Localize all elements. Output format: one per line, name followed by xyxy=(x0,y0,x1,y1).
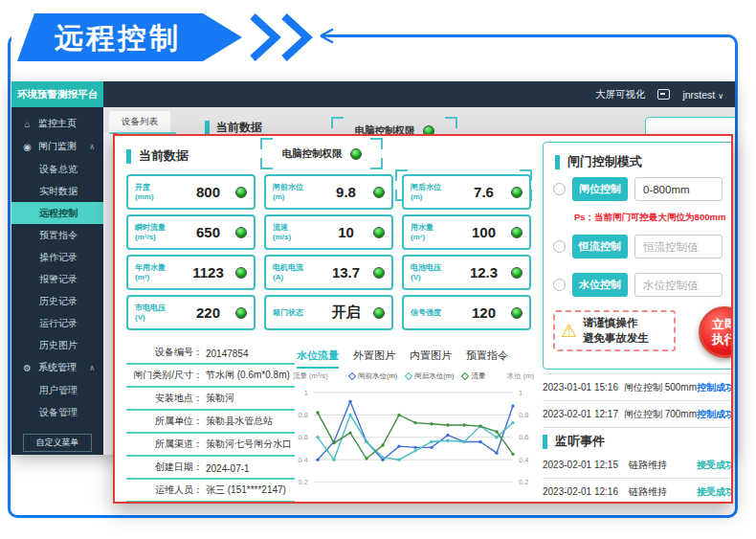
custom-menu-button[interactable]: 自定义菜单 xyxy=(23,434,92,452)
target-icon: ◉ xyxy=(22,142,33,152)
tile-label: 流速(m/s) xyxy=(273,223,319,242)
info-row: 安装地点：策勒河 xyxy=(126,388,295,411)
info-row: 闸门类别/尺寸：节水闸 (0.6m*0.8m) xyxy=(126,365,295,388)
event-action: 闸位控制 700mm xyxy=(624,408,697,421)
sidebar-group-system-management[interactable]: ⚙系统管理∧ xyxy=(11,356,103,379)
status-led-green xyxy=(235,307,247,319)
tile-unit: (m/s) xyxy=(273,233,319,242)
event-time: 2023-02-01 12:16 xyxy=(543,486,629,497)
chart-tab[interactable]: 内置图片 xyxy=(410,348,452,367)
bracket-corner xyxy=(370,158,383,169)
page: 远程控制 环境预警测报平台 大屏可视化 jnrstest ∨ ⌂监控主页◉闸门监… xyxy=(0,0,756,539)
bracket-corner xyxy=(370,138,383,149)
svg-text:0.4: 0.4 xyxy=(299,456,308,464)
chart-tab[interactable]: 预置指令 xyxy=(466,348,508,367)
control-row-water-level: 水位控制 xyxy=(553,273,723,297)
status-led-green xyxy=(235,187,247,198)
sidebar-item[interactable]: 实时数据 xyxy=(11,180,103,202)
event-status: 控制成功 xyxy=(697,408,733,421)
control-row-constant-flow: 恒流控制 xyxy=(553,235,723,258)
chart-header: 流量 (m³/s) 闸前水位(m)闸后水位(m)流量 水位 (m) xyxy=(293,371,534,381)
sidebar-item[interactable]: 历史图片 xyxy=(11,334,103,356)
data-tiles-grid: 开度(mm)800闸前水位(m)9.8闸后水位(m)7.6瞬时流量(m³/s)6… xyxy=(126,174,531,330)
info-value: 策勒河七号闸分水口 xyxy=(206,438,292,451)
constant-flow-button[interactable]: 恒流控制 xyxy=(572,235,628,258)
info-label: 所属渠道： xyxy=(126,438,203,451)
tile-value: 650 xyxy=(181,224,235,240)
radio-constant-flow[interactable] xyxy=(553,240,566,253)
status-led-green xyxy=(511,187,523,198)
info-row: 设备编号：20147854 xyxy=(126,342,295,365)
tile-name: 流速 xyxy=(273,223,319,233)
info-value: 策勒河 xyxy=(206,392,234,405)
tile-value: 9.8 xyxy=(319,184,373,200)
bracket-corner xyxy=(260,158,273,169)
water-level-button[interactable]: 水位控制 xyxy=(572,273,628,297)
svg-text:0.4: 0.4 xyxy=(519,456,528,464)
sidebar-item[interactable]: 设备总览 xyxy=(11,158,103,180)
left-arrow-icon xyxy=(318,28,356,45)
info-label: 安装地点： xyxy=(126,392,203,405)
status-led-green xyxy=(511,227,523,238)
bracket-corner xyxy=(260,138,273,149)
svg-text:0.8: 0.8 xyxy=(299,411,308,419)
sidebar-group-monitor-home[interactable]: ⌂监控主页 xyxy=(11,112,103,135)
info-value: 2024-07-1 xyxy=(206,463,250,474)
status-led-green xyxy=(373,187,385,198)
brand-logo: 环境预警测报平台 xyxy=(11,81,103,107)
sidebar-item[interactable]: 历史记录 xyxy=(11,290,103,312)
status-led-green xyxy=(511,307,523,319)
legend-marker-icon xyxy=(348,372,356,380)
sidebar-item[interactable]: 远程控制 xyxy=(11,202,103,224)
background-page-fragment: 设备列表 当前数据 电脑控制权限 手机控制权限 xyxy=(103,107,735,134)
constant-flow-input[interactable] xyxy=(634,235,723,258)
tile-value: 800 xyxy=(181,184,235,200)
radio-water-level[interactable] xyxy=(553,279,566,291)
current-data-title: 当前数据 xyxy=(139,147,189,165)
status-led-green xyxy=(235,227,247,238)
water-level-input[interactable] xyxy=(634,273,723,297)
user-menu[interactable]: jnrstest ∨ xyxy=(682,89,723,101)
pc-permission-indicator: 电脑控制权限 xyxy=(260,138,383,169)
sidebar-group-gate-monitor[interactable]: ◉闸门监测∧ xyxy=(11,135,103,158)
svg-text:0.8: 0.8 xyxy=(519,411,528,419)
message-icon[interactable] xyxy=(657,89,670,100)
gear-icon: ⚙ xyxy=(22,363,33,373)
svg-text:0.2: 0.2 xyxy=(519,478,528,486)
device-list-tab[interactable]: 设备列表 xyxy=(109,111,170,132)
tile-label: 闸后水位(m) xyxy=(411,183,456,202)
sidebar-item[interactable]: 设备管理 xyxy=(11,401,103,423)
tile-label: 市电电压(V) xyxy=(135,303,181,323)
sidebar-item[interactable]: 预置指令 xyxy=(11,224,103,246)
tile-label: 瞬时流量(m³/s) xyxy=(135,223,181,242)
chevron-right-icon xyxy=(284,16,307,58)
chart-tab[interactable]: 外置图片 xyxy=(353,348,395,367)
gate-position-input[interactable] xyxy=(634,177,723,201)
chart-tab[interactable]: 水位流量 xyxy=(297,348,339,369)
sidebar-item[interactable]: 操作记录 xyxy=(11,246,103,268)
tile-value: 1123 xyxy=(181,264,235,281)
sidebar-item[interactable]: 用户管理 xyxy=(11,379,103,401)
status-led-green xyxy=(373,227,385,238)
tile-unit: (m) xyxy=(411,192,456,202)
svg-text:0.2: 0.2 xyxy=(299,478,308,486)
bracket-corner xyxy=(445,117,457,128)
info-value: 节水闸 (0.6m*0.8m) xyxy=(206,369,290,382)
tile-label: 开度(mm) xyxy=(135,183,181,202)
listen-events-list: 2023-02-01 12:15链路维持接受成功2023-02-01 12:16… xyxy=(543,452,733,504)
visualization-link[interactable]: 大屏可视化 xyxy=(595,88,646,101)
sidebar-item[interactable]: 运行记录 xyxy=(11,312,103,334)
sidebar-item[interactable]: 报警记录 xyxy=(11,268,103,290)
warning-text-line2: 避免事故发生 xyxy=(583,331,649,347)
gate-position-button[interactable]: 闸位控制 xyxy=(572,177,628,201)
svg-text:0.6: 0.6 xyxy=(299,433,308,441)
info-row: 所属渠道：策勒河七号闸分水口 xyxy=(126,434,295,457)
radio-gate-position[interactable] xyxy=(553,183,566,195)
event-time: 2023-01-01 15:16 xyxy=(543,382,624,393)
chart-tabs: 水位流量外置图片内置图片预置指令 xyxy=(297,346,523,369)
data-tile: 市电电压(V)220 xyxy=(126,295,256,330)
chevron-up-icon: ∧ xyxy=(89,143,95,151)
data-tile: 闸前水位(m)9.8 xyxy=(264,174,393,210)
tile-name: 电池电压 xyxy=(411,263,456,273)
tile-label: 用水量(m³) xyxy=(411,223,456,242)
